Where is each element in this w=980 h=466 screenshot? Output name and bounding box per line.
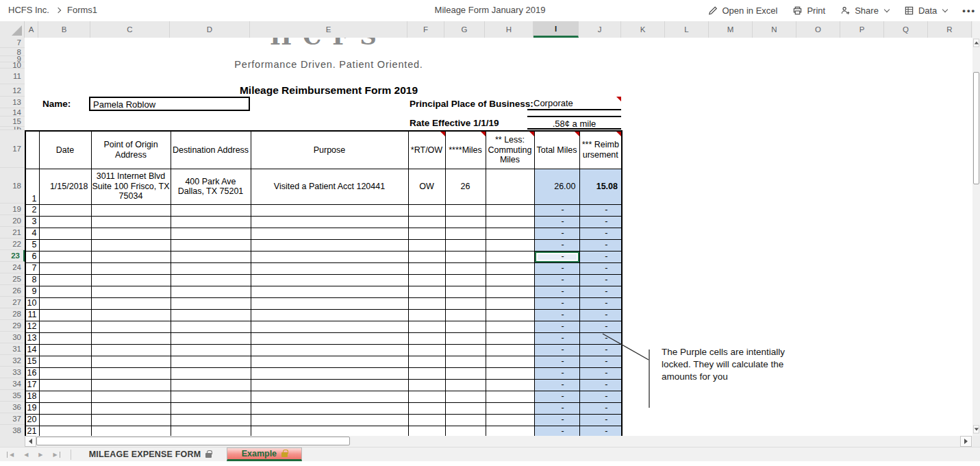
- column-header-I[interactable]: I: [533, 21, 579, 38]
- cell[interactable]: [171, 204, 251, 216]
- cell[interactable]: [251, 251, 408, 262]
- cell[interactable]: [39, 262, 91, 274]
- sheet-tab-example[interactable]: Example: [227, 447, 302, 461]
- cell[interactable]: 18: [25, 391, 39, 402]
- more-actions-button[interactable]: •••: [962, 5, 976, 16]
- cell[interactable]: [445, 402, 486, 414]
- row-header-22[interactable]: 22: [0, 238, 25, 250]
- cell[interactable]: -: [579, 204, 622, 216]
- cell[interactable]: [39, 321, 91, 332]
- cell[interactable]: [171, 216, 251, 228]
- first-sheet-button[interactable]: ◀: [7, 452, 14, 458]
- cell[interactable]: [408, 367, 445, 379]
- cell[interactable]: -: [579, 379, 622, 391]
- row-header-37[interactable]: 37: [0, 413, 25, 425]
- cell[interactable]: [486, 402, 534, 414]
- cell[interactable]: 400 Park Ave Dallas, TX 75201: [171, 169, 251, 204]
- breadcrumb-doc[interactable]: Forms1: [67, 5, 97, 15]
- row-header-13[interactable]: 13: [0, 97, 25, 108]
- cell[interactable]: [445, 321, 486, 332]
- cell[interactable]: [445, 309, 486, 321]
- horizontal-scroll-thumb[interactable]: [36, 437, 350, 445]
- rate-value-cell[interactable]: .58¢ a mile: [527, 116, 621, 130]
- cell[interactable]: [39, 332, 91, 344]
- row-header-27[interactable]: 27: [0, 297, 25, 308]
- cell[interactable]: -: [534, 367, 579, 379]
- row-header-33[interactable]: 33: [0, 367, 25, 378]
- cell[interactable]: [171, 309, 251, 321]
- cell[interactable]: [91, 262, 171, 274]
- cell[interactable]: -: [534, 344, 579, 356]
- cell[interactable]: OW: [408, 169, 445, 204]
- column-header-L[interactable]: L: [665, 21, 709, 38]
- cell[interactable]: -: [534, 297, 579, 309]
- cell[interactable]: 6: [25, 251, 39, 262]
- column-header-E[interactable]: E: [250, 21, 407, 38]
- cell[interactable]: -: [579, 274, 622, 286]
- cell[interactable]: -: [534, 391, 579, 402]
- cell[interactable]: [251, 239, 408, 251]
- header-cell-destination[interactable]: Destination Address: [171, 131, 251, 169]
- cell[interactable]: [171, 274, 251, 286]
- cell[interactable]: [39, 286, 91, 297]
- cell[interactable]: [486, 309, 534, 321]
- cell[interactable]: [445, 239, 486, 251]
- cell[interactable]: [486, 379, 534, 391]
- cell[interactable]: [408, 228, 445, 239]
- next-sheet-button[interactable]: ▶: [38, 452, 42, 458]
- cell[interactable]: [91, 321, 171, 332]
- cell[interactable]: [171, 379, 251, 391]
- cell[interactable]: [486, 216, 534, 228]
- column-header-Q[interactable]: Q: [884, 21, 928, 38]
- cell[interactable]: -: [534, 332, 579, 344]
- cell[interactable]: [251, 216, 408, 228]
- cell[interactable]: [91, 426, 171, 436]
- cell[interactable]: [251, 228, 408, 239]
- cell[interactable]: [171, 367, 251, 379]
- row-header-30[interactable]: 30: [0, 332, 25, 343]
- cell[interactable]: [251, 344, 408, 356]
- row-header-15[interactable]: 15: [0, 116, 25, 127]
- cell[interactable]: [91, 332, 171, 344]
- cell[interactable]: -: [534, 426, 579, 436]
- cell[interactable]: 7: [25, 262, 39, 274]
- cell[interactable]: -: [534, 239, 579, 251]
- header-cell-purpose[interactable]: Purpose: [251, 131, 408, 169]
- share-button[interactable]: Share: [840, 5, 889, 16]
- cell[interactable]: [171, 251, 251, 262]
- cell[interactable]: [486, 239, 534, 251]
- header-cell-origin[interactable]: Point of Origin Address: [91, 131, 171, 169]
- cell[interactable]: 19: [25, 402, 39, 414]
- cell[interactable]: [445, 286, 486, 297]
- cell[interactable]: [486, 344, 534, 356]
- cell[interactable]: 15: [25, 356, 39, 367]
- cell[interactable]: 3011 Internet Blvd Suite 100 Frisco, TX …: [91, 169, 171, 204]
- cell[interactable]: [91, 309, 171, 321]
- open-in-excel-button[interactable]: Open in Excel: [708, 5, 778, 16]
- cell[interactable]: -: [579, 356, 622, 367]
- cell[interactable]: [91, 402, 171, 414]
- row-header-17[interactable]: 17: [0, 130, 25, 168]
- cell[interactable]: [91, 286, 171, 297]
- cell[interactable]: [171, 321, 251, 332]
- cell[interactable]: [91, 251, 171, 262]
- row-header-8[interactable]: 8: [0, 48, 25, 56]
- cell[interactable]: [91, 391, 171, 402]
- principal-place-value-cell[interactable]: Corporate: [527, 97, 621, 110]
- cell[interactable]: [171, 356, 251, 367]
- cell[interactable]: [408, 391, 445, 402]
- column-header-G[interactable]: G: [444, 21, 485, 38]
- row-header-19[interactable]: 19: [0, 204, 25, 215]
- print-button[interactable]: Print: [792, 5, 825, 16]
- cell[interactable]: [445, 262, 486, 274]
- horizontal-scrollbar[interactable]: [0, 436, 980, 447]
- cell[interactable]: [486, 356, 534, 367]
- cell[interactable]: 12: [25, 321, 39, 332]
- cell[interactable]: [486, 391, 534, 402]
- cell[interactable]: [91, 367, 171, 379]
- cell[interactable]: [39, 309, 91, 321]
- cell[interactable]: [39, 251, 91, 262]
- cell[interactable]: [91, 344, 171, 356]
- row-header-25[interactable]: 25: [0, 273, 25, 285]
- cell[interactable]: [39, 274, 91, 286]
